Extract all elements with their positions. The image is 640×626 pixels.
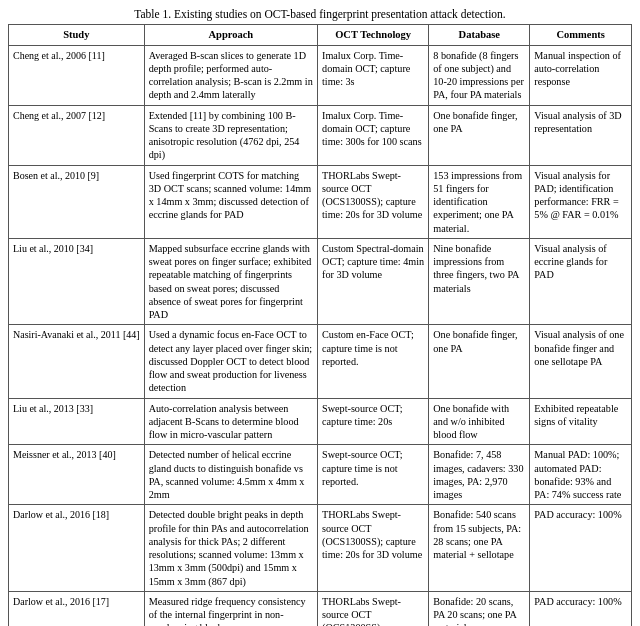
cell-database: Bonafide: 20 scans, PA 20 scans; one PA …: [429, 591, 530, 626]
cell-study: Liu et al., 2010 [34]: [9, 238, 145, 325]
cell-comments: Visual analysis of one bonafide finger a…: [530, 325, 632, 398]
table-row: Darlow et al., 2016 [17]Measured ridge f…: [9, 591, 632, 626]
cell-comments: Visual analysis for PAD; identification …: [530, 165, 632, 238]
cell-comments: PAD accuracy: 100%: [530, 505, 632, 592]
cell-study: Darlow et al., 2016 [18]: [9, 505, 145, 592]
cell-oct: Swept-source OCT; capture time: 20s: [318, 398, 429, 445]
table-row: Meissner et al., 2013 [40]Detected numbe…: [9, 445, 632, 505]
cell-oct: Custom en-Face OCT; capture time is not …: [318, 325, 429, 398]
cell-approach: Auto-correlation analysis between adjace…: [144, 398, 317, 445]
table-title: Table 1. Existing studies on OCT-based f…: [8, 8, 632, 20]
col-header-comments: Comments: [530, 25, 632, 46]
col-header-oct: OCT Technology: [318, 25, 429, 46]
cell-approach: Detected number of helical eccrine gland…: [144, 445, 317, 505]
cell-study: Nasiri-Avanaki et al., 2011 [44]: [9, 325, 145, 398]
cell-comments: Visual analysis of eccrine glands for PA…: [530, 238, 632, 325]
cell-comments: PAD accuracy: 100%: [530, 591, 632, 626]
cell-oct: THORLabs Swept-source OCT (OCS1300SS): [318, 591, 429, 626]
cell-study: Meissner et al., 2013 [40]: [9, 445, 145, 505]
cell-database: 153 impressions from 51 fingers for iden…: [429, 165, 530, 238]
table-row: Liu et al., 2010 [34]Mapped subsurface e…: [9, 238, 632, 325]
cell-approach: Extended [11] by combining 100 B-Scans t…: [144, 105, 317, 165]
header-row: Study Approach OCT Technology Database C…: [9, 25, 632, 46]
cell-comments: Manual inspection of auto-correlation re…: [530, 45, 632, 105]
cell-approach: Averaged B-scan slices to generate 1D de…: [144, 45, 317, 105]
cell-comments: Exhibited repeatable signs of vitality: [530, 398, 632, 445]
cell-approach: Detected double bright peaks in depth pr…: [144, 505, 317, 592]
cell-oct: Imalux Corp. Time-domain OCT; capture ti…: [318, 105, 429, 165]
cell-comments: Visual analysis of 3D representation: [530, 105, 632, 165]
cell-study: Liu et al., 2013 [33]: [9, 398, 145, 445]
main-table: Study Approach OCT Technology Database C…: [8, 24, 632, 626]
cell-comments: Manual PAD: 100%; automated PAD: bonafid…: [530, 445, 632, 505]
cell-database: One bonafide with and w/o inhibited bloo…: [429, 398, 530, 445]
table-row: Cheng et al., 2006 [11]Averaged B-scan s…: [9, 45, 632, 105]
col-header-approach: Approach: [144, 25, 317, 46]
table-row: Darlow et al., 2016 [18]Detected double …: [9, 505, 632, 592]
cell-database: Nine bonafide impressions from three fin…: [429, 238, 530, 325]
cell-approach: Measured ridge frequency consistency of …: [144, 591, 317, 626]
cell-study: Cheng et al., 2006 [11]: [9, 45, 145, 105]
table-row: Bosen et al., 2010 [9]Used fingerprint C…: [9, 165, 632, 238]
cell-database: One bonafide finger, one PA: [429, 105, 530, 165]
cell-database: 8 bonafide (8 fingers of one subject) an…: [429, 45, 530, 105]
cell-approach: Mapped subsurface eccrine glands with sw…: [144, 238, 317, 325]
table-row: Liu et al., 2013 [33]Auto-correlation an…: [9, 398, 632, 445]
cell-oct: Imalux Corp. Time-domain OCT; capture ti…: [318, 45, 429, 105]
cell-oct: THORLabs Swept-source OCT (OCS1300SS); c…: [318, 165, 429, 238]
cell-study: Bosen et al., 2010 [9]: [9, 165, 145, 238]
col-header-study: Study: [9, 25, 145, 46]
cell-oct: Swept-source OCT; capture time is not re…: [318, 445, 429, 505]
cell-database: Bonafide: 540 scans from 15 subjects, PA…: [429, 505, 530, 592]
cell-study: Darlow et al., 2016 [17]: [9, 591, 145, 626]
cell-approach: Used fingerprint COTS for matching 3D OC…: [144, 165, 317, 238]
cell-approach: Used a dynamic focus en-Face OCT to dete…: [144, 325, 317, 398]
cell-study: Cheng et al., 2007 [12]: [9, 105, 145, 165]
table-row: Cheng et al., 2007 [12]Extended [11] by …: [9, 105, 632, 165]
table-row: Nasiri-Avanaki et al., 2011 [44]Used a d…: [9, 325, 632, 398]
cell-database: Bonafide: 7, 458 images, cadavers: 330 i…: [429, 445, 530, 505]
cell-database: One bonafide finger, one PA: [429, 325, 530, 398]
cell-oct: THORLabs Swept-source OCT (OCS1300SS); c…: [318, 505, 429, 592]
col-header-database: Database: [429, 25, 530, 46]
cell-oct: Custom Spectral-domain OCT; capture time…: [318, 238, 429, 325]
